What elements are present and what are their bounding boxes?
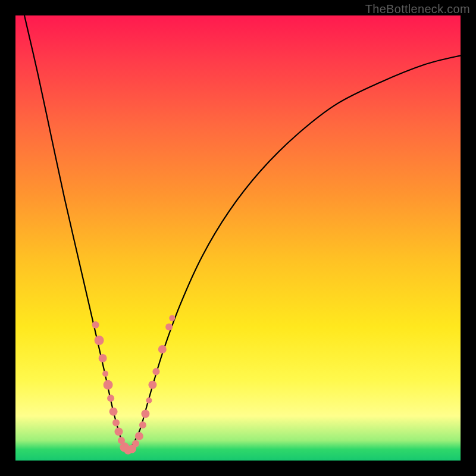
curve-marker [115,427,123,436]
curve-marker [104,380,113,390]
curve-marker [165,324,173,331]
curve-marker [139,421,146,428]
curve-marker [92,321,99,328]
curve-marker [158,345,167,353]
curve-marker [99,354,107,362]
chart-svg [15,15,461,461]
curve-marker [146,397,152,403]
curve-marker [102,371,108,377]
curve-marker [148,381,156,389]
bottleneck-curve [24,15,461,452]
curve-marker [135,432,143,440]
curve-marker [141,410,149,418]
chart-frame [15,15,461,461]
curve-marker [169,315,175,321]
marker-group [92,315,176,455]
curve-marker [152,368,159,375]
curve-marker [107,394,114,402]
curve-marker [112,419,120,426]
curve-marker [95,336,104,345]
watermark-text: TheBottleneck.com [365,2,470,16]
curve-marker [109,408,118,416]
curve-marker [132,440,139,447]
